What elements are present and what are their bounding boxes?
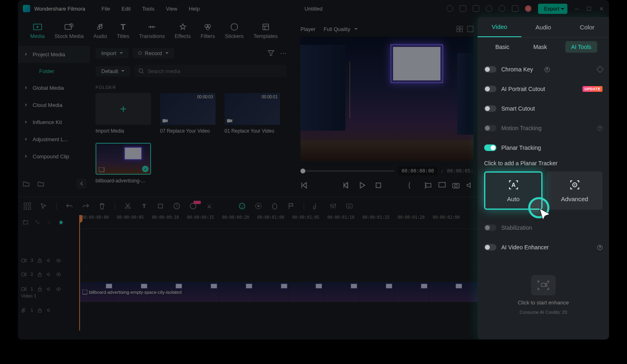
tab-titles[interactable]: TTitles (117, 23, 129, 39)
tl-select-icon[interactable] (40, 202, 47, 210)
info-icon[interactable]: ? (545, 67, 550, 72)
tl-add-track-icon[interactable] (23, 220, 28, 225)
tab-audio[interactable]: Audio (93, 23, 107, 39)
title-icon-2[interactable] (460, 5, 466, 12)
tl-snap-icon[interactable] (58, 220, 64, 225)
toggle-smart-cutout[interactable] (484, 105, 496, 112)
new-folder-icon[interactable] (23, 181, 29, 186)
sidebar-compound-clip[interactable]: Compound Clip (18, 148, 90, 165)
mute-icon[interactable] (47, 258, 52, 263)
mute-icon[interactable] (47, 286, 52, 292)
search-input[interactable] (147, 68, 282, 74)
menu-tools[interactable]: Tools (142, 6, 154, 12)
tl-magnet-icon[interactable] (47, 220, 52, 225)
cloud-icon[interactable] (486, 5, 492, 12)
volume-icon[interactable] (466, 182, 474, 189)
inspector-subtab-ai-tools[interactable]: AI Tools (565, 41, 597, 53)
inspector-tab-video[interactable]: Video (478, 17, 521, 37)
more-icon[interactable]: ⋯ (280, 49, 287, 57)
sidebar-global-media[interactable]: Global Media (18, 79, 90, 96)
sidebar-adjustment-layer[interactable]: Adjustment L... (18, 131, 90, 148)
minimize-icon[interactable]: ─ (574, 6, 580, 11)
tab-filters[interactable]: Filters (200, 23, 215, 39)
record-dropdown[interactable]: Record (133, 48, 174, 58)
step-back-button[interactable] (342, 182, 349, 189)
tl-ai-icon[interactable] (238, 202, 246, 210)
import-dropdown[interactable]: Import (96, 48, 129, 58)
audio-track-1-header[interactable]: 1 (18, 303, 79, 317)
thumb-clip-01[interactable]: 00:00:0101 Replace Your Video (225, 93, 280, 134)
mark-in-button[interactable]: { (408, 182, 416, 189)
lock-icon[interactable] (37, 272, 42, 277)
lock-icon[interactable] (37, 258, 42, 263)
tab-stickers[interactable]: Stickers (225, 23, 244, 39)
info-icon[interactable]: ? (597, 245, 603, 250)
screen-icon[interactable] (438, 182, 446, 189)
tl-redo-icon[interactable] (82, 202, 89, 210)
inspector-subtab-basic[interactable]: Basic (489, 41, 515, 53)
inspector-tab-color[interactable]: Color (565, 17, 609, 37)
snapshot-icon[interactable] (452, 182, 460, 189)
tracker-auto-button[interactable]: A Auto (484, 171, 543, 210)
headphones-icon[interactable] (499, 5, 505, 12)
toggle-chroma-key[interactable] (484, 66, 496, 73)
track-1-header[interactable]: 1 Video 1 (18, 281, 79, 303)
mute-icon[interactable] (47, 272, 52, 277)
toggle-planar-tracking[interactable] (484, 144, 496, 151)
lock-icon[interactable] (37, 308, 42, 313)
sidebar-influence-kit[interactable]: Influence Kit (18, 113, 90, 131)
sidebar-cloud-media[interactable]: Cloud Media (18, 96, 90, 113)
tab-transitions[interactable]: Transitions (139, 23, 165, 39)
tl-flag-icon[interactable] (287, 202, 295, 210)
fullscreen-icon[interactable] (467, 26, 474, 32)
menu-edit[interactable]: Edit (122, 6, 131, 12)
filter-icon[interactable] (268, 50, 274, 56)
layout-grid-icon[interactable] (456, 26, 463, 32)
eye-icon[interactable] (56, 272, 61, 277)
tl-text-icon[interactable]: T (140, 202, 148, 210)
tl-link-icon[interactable] (35, 220, 40, 225)
thumb-clip-07[interactable]: 00:00:0307 Replace Your Video (160, 93, 216, 134)
maximize-icon[interactable]: ☐ (586, 6, 592, 11)
tl-speed-icon[interactable] (173, 202, 180, 210)
tab-templates[interactable]: Templates (253, 23, 278, 39)
ratio-icon[interactable] (425, 182, 432, 189)
tab-media[interactable]: Media (30, 23, 44, 39)
tab-stock-media[interactable]: Stock Media (54, 23, 84, 39)
tab-effects[interactable]: Effects (175, 23, 191, 39)
player-quality-dropdown[interactable]: Full Quality (324, 26, 358, 32)
inspector-tab-audio[interactable]: Audio (521, 17, 565, 37)
menu-file[interactable]: File (102, 6, 110, 12)
enhance-cta[interactable]: Click to start enhance Consume AI Credit… (484, 267, 603, 323)
tl-cc-icon[interactable]: cc (346, 202, 353, 210)
player-mode-dropdown[interactable]: Player (300, 26, 316, 32)
tracker-advanced-button[interactable]: Advanced (547, 171, 603, 210)
collapse-sidebar-button[interactable] (77, 179, 87, 189)
tl-color-icon[interactable] (189, 202, 197, 210)
tl-cut-icon[interactable] (124, 202, 131, 210)
toggle-ai-portrait[interactable] (484, 86, 496, 92)
tl-mixer-icon[interactable] (329, 202, 337, 210)
tl-crop-icon[interactable] (157, 202, 164, 210)
toggle-ai-enhancer[interactable] (484, 244, 496, 251)
sidebar-project-media[interactable]: Project Media (18, 46, 90, 63)
tl-delete-icon[interactable] (98, 202, 106, 210)
search-field[interactable] (134, 65, 287, 77)
mute-icon[interactable] (47, 308, 52, 313)
thumb-billboard[interactable]: ✓billboard-advertising-... (96, 143, 151, 184)
scrub-bar[interactable] (300, 170, 394, 172)
tl-marker-icon[interactable] (271, 202, 278, 210)
thumb-import[interactable]: +Import Media (96, 93, 151, 134)
eye-icon[interactable] (56, 258, 61, 263)
lock-icon[interactable] (37, 286, 42, 292)
title-icon-1[interactable] (447, 5, 453, 12)
inspector-subtab-mask[interactable]: Mask (528, 41, 553, 53)
title-icon-3[interactable] (473, 5, 479, 12)
track-3-header[interactable]: 3 (18, 253, 79, 267)
folder-icon[interactable] (38, 181, 44, 186)
tl-audio-icon[interactable] (313, 202, 320, 210)
tl-play-icon[interactable] (255, 202, 262, 210)
avatar-icon[interactable] (525, 5, 531, 12)
close-icon[interactable]: ✕ (598, 6, 604, 11)
playhead[interactable] (79, 215, 80, 331)
